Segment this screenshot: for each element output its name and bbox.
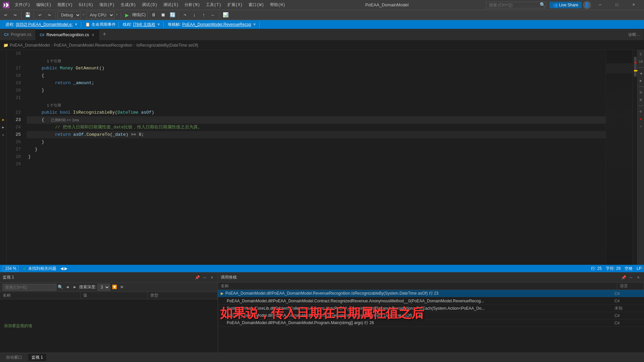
watch-panel-title-bar: 监视 1 📌 ─ × xyxy=(0,273,218,283)
gutter-18 xyxy=(0,72,6,79)
continue-label: 继续(C) xyxy=(132,12,146,18)
tab-revenue-recognition-cs[interactable]: C# RevenueRecognition.cs × xyxy=(36,29,99,40)
breadcrumb-project[interactable]: 📁 PoEAA_DomainModel xyxy=(3,43,50,48)
callstack-row-4[interactable]: PoEAA_DomainModel.dll!PoEAA_DomainModel.… xyxy=(218,319,644,327)
watch-col-type: 类型 xyxy=(148,292,218,299)
menu-analyze[interactable]: 分析(N) xyxy=(182,1,203,8)
minimize-button[interactable]: ─ xyxy=(592,0,608,10)
panel-icon-dot-red[interactable]: ● xyxy=(638,116,644,122)
line-num-18: 18 xyxy=(7,72,24,79)
close-button[interactable]: × xyxy=(626,0,641,10)
code-line-18: { xyxy=(27,72,606,79)
live-share-button[interactable]: 👥 Live Share xyxy=(549,2,582,8)
maximize-button[interactable]: □ xyxy=(609,0,625,10)
panel-icon-properties[interactable]: C xyxy=(638,51,644,57)
panel-icon-nav-left[interactable]: ◀ xyxy=(638,70,644,76)
callstack-row-2[interactable]: System.Private.CoreLib.dll!System.Collec… xyxy=(218,305,644,312)
tab-icon-cs-program: C# xyxy=(4,33,9,37)
menu-file[interactable]: 文件(F) xyxy=(12,1,33,8)
toolbar-back[interactable]: ↩ xyxy=(1,11,10,19)
menu-build[interactable]: 生成(B) xyxy=(118,1,139,8)
new-tab-button[interactable]: + xyxy=(99,29,109,40)
callstack-close-button[interactable]: × xyxy=(635,275,641,281)
search-icon: 🔍 xyxy=(540,2,545,8)
menu-extensions[interactable]: 扩展(X) xyxy=(225,1,246,8)
toolbar-save-all[interactable]: 💾 xyxy=(23,11,32,19)
debug-config-dropdown[interactable]: Debug xyxy=(57,11,81,19)
panel-icon-nav-right[interactable]: ▶ xyxy=(638,78,644,84)
callstack-row-3[interactable]: PoEAA_DomainModel.dll!PoEAA_DomainModel.… xyxy=(218,312,644,319)
user-icon[interactable]: 👤 xyxy=(583,1,591,9)
line-num-21: 21 xyxy=(7,94,24,102)
cpu-dropdown[interactable]: Any CPU xyxy=(86,11,114,19)
watch-filter-icon[interactable]: 🔽 xyxy=(111,284,117,290)
toolbar-step-into[interactable]: ↓ xyxy=(190,11,199,19)
menu-tools[interactable]: 工具(T) xyxy=(203,1,224,8)
watch-search-input[interactable] xyxy=(3,284,56,291)
toolbar-pause[interactable]: ⏸ xyxy=(149,11,158,19)
menu-edit[interactable]: 编辑(E) xyxy=(34,1,54,8)
nav-icon[interactable]: ◀ ▶ xyxy=(60,266,67,271)
callstack-pin-button[interactable]: 📌 xyxy=(621,275,627,281)
menu-view[interactable]: 视图(V) xyxy=(55,1,75,8)
menu-git[interactable]: Git(G) xyxy=(76,2,96,8)
toolbar-stop[interactable]: ⏹ xyxy=(159,11,167,19)
toolbar-restart[interactable]: 🔄 xyxy=(168,11,177,19)
watch-nav-prev[interactable]: ◀ xyxy=(64,284,70,290)
toolbar-redo[interactable]: ↪ xyxy=(45,11,54,19)
depth-dropdown[interactable]: 3 xyxy=(98,284,110,291)
callstack-col-name: 名称 xyxy=(218,283,617,290)
search-input[interactable] xyxy=(486,2,546,8)
callstack-row-0[interactable]: ▶ PoEAA_DomainModel.dll!PoEAA_DomainMode… xyxy=(218,290,644,297)
panel-icon-collapse[interactable]: ⊟ xyxy=(638,89,644,96)
line-num-ref22 xyxy=(7,102,24,109)
breadcrumb-namespace[interactable]: PoEAA_DomainModel.RevenueRecognition xyxy=(54,43,132,48)
line-num-29: 29 xyxy=(7,161,24,168)
toolbar-show-diag[interactable]: 📊 xyxy=(221,11,230,19)
watch-close-button[interactable]: × xyxy=(209,275,215,281)
menu-project[interactable]: 项目(P) xyxy=(97,1,117,8)
breadcrumb-sep-1: › xyxy=(51,43,52,48)
toolbar-sep-2 xyxy=(34,12,34,18)
toolbar-forward[interactable]: ↪ xyxy=(11,11,19,19)
continue-button[interactable]: ▶ xyxy=(123,11,131,19)
menu-window[interactable]: 窗口(W) xyxy=(246,1,267,8)
toolbar-step-back[interactable]: ← xyxy=(209,11,217,19)
panel-icon-dot-dark[interactable]: ● xyxy=(638,123,644,129)
callstack-active-icon: ▶ xyxy=(221,291,223,296)
row-info: 行: 25 xyxy=(591,266,602,272)
title-bar-menus: 文件(F) 编辑(E) 视图(V) Git(G) 项目(P) 生成(B) 调试(… xyxy=(12,1,288,8)
toolbar-sep-4 xyxy=(121,12,121,18)
watch-grid-icon[interactable]: ⊞ xyxy=(119,284,125,290)
callstack-minimize-button[interactable]: ─ xyxy=(628,275,634,281)
tab-close-revenue[interactable]: × xyxy=(91,32,95,38)
comment-24: // 把传入日期和日期属性值_date比较，传入日期在日期属性值之后为真。 xyxy=(55,124,202,131)
toolbar-step-over[interactable]: ↷ xyxy=(180,11,189,19)
menu-help[interactable]: 帮助(H) xyxy=(267,1,288,8)
watch-pin-button[interactable]: 📌 xyxy=(194,275,200,281)
panel-icon-settings[interactable]: ⚙ xyxy=(638,109,644,115)
breadcrumb-method[interactable]: IsRecognizableBy(DateTime asOf) xyxy=(137,43,198,48)
minimap-viewport xyxy=(606,63,633,73)
vertical-scrollbar[interactable] xyxy=(633,50,637,265)
watch-search-icon: 🔍 xyxy=(58,285,63,290)
bottom-tab-autowindow[interactable]: 自动窗口 xyxy=(3,354,25,361)
toolbar-undo[interactable]: ↩ xyxy=(36,11,44,19)
code-editor[interactable]: 1 个引用 public Money GetAmount() { return … xyxy=(27,50,606,265)
toolbar-step-out[interactable]: ↑ xyxy=(199,11,208,19)
callstack-row-1[interactable]: PoEAA_DomainModel.dll!PoEAA_DomainModel.… xyxy=(218,297,644,305)
panel-icon-expand[interactable]: ⊞ xyxy=(638,97,644,103)
menu-debug[interactable]: 调试(D) xyxy=(139,1,160,8)
panel-icon-number[interactable]: 10 xyxy=(638,59,644,65)
watch-nav-next[interactable]: ▶ xyxy=(72,284,78,290)
tab-program-cs[interactable]: C# Program.cs xyxy=(0,29,36,40)
tab-diagnostics[interactable]: 诊断... xyxy=(624,29,644,40)
callstack-lang-4: C# xyxy=(614,321,641,325)
login-icon: 👤 xyxy=(584,2,590,8)
watch-minimize-button[interactable]: ─ xyxy=(202,275,208,281)
bottom-tab-watch1[interactable]: 监视 1 xyxy=(28,354,46,361)
scroll-thumb[interactable] xyxy=(634,57,637,77)
thread-label: 线程: xyxy=(123,22,132,27)
menu-test[interactable]: 测试(S) xyxy=(161,1,181,8)
fold-arrow-icon[interactable]: ▶ xyxy=(2,125,4,129)
